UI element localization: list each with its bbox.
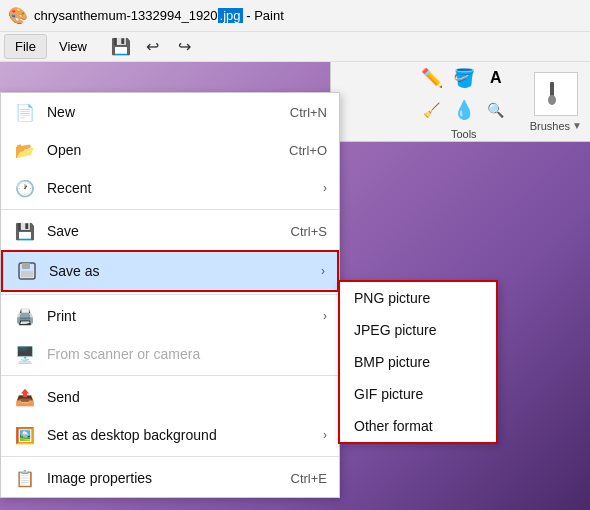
submenu-bmp[interactable]: BMP picture xyxy=(340,346,496,378)
save-as-icon xyxy=(15,259,39,283)
submenu-jpeg[interactable]: JPEG picture xyxy=(340,314,496,346)
save-as-submenu: PNG picture JPEG picture BMP picture GIF… xyxy=(338,280,498,444)
recent-arrow: › xyxy=(323,181,327,195)
recent-label: Recent xyxy=(47,180,319,196)
submenu-other[interactable]: Other format xyxy=(340,410,496,442)
menu-file[interactable]: File xyxy=(4,34,47,59)
tools-label: Tools xyxy=(451,128,477,140)
separator-1 xyxy=(1,209,339,210)
fill-icon[interactable]: 🪣 xyxy=(450,64,478,92)
save-button[interactable]: 💾 xyxy=(107,33,135,61)
menu-item-open[interactable]: 📂 Open Ctrl+O xyxy=(1,131,339,169)
properties-label: Image properties xyxy=(47,470,291,486)
tools-icons-2: 🧹 💧 🔍 xyxy=(418,96,510,124)
save-as-label: Save as xyxy=(49,263,317,279)
desktop-arrow: › xyxy=(323,428,327,442)
open-label: Open xyxy=(47,142,289,158)
brushes-group: Brushes ▼ xyxy=(530,72,582,132)
menu-view[interactable]: View xyxy=(49,35,97,58)
submenu-png[interactable]: PNG picture xyxy=(340,282,496,314)
menu-item-scanner[interactable]: 🖥️ From scanner or camera xyxy=(1,335,339,373)
print-arrow: › xyxy=(323,309,327,323)
svg-point-1 xyxy=(548,95,556,105)
open-shortcut: Ctrl+O xyxy=(289,143,327,158)
menu-bar: File View 💾 ↩ ↪ xyxy=(0,32,590,62)
ribbon-area: ✏️ 🪣 A 🧹 💧 🔍 Tools Brushes ▼ xyxy=(330,62,590,142)
canvas-area: ✏️ 🪣 A 🧹 💧 🔍 Tools Brushes ▼ xyxy=(0,62,590,510)
menu-item-send[interactable]: 📤 Send xyxy=(1,378,339,416)
desktop-label: Set as desktop background xyxy=(47,427,319,443)
properties-shortcut: Ctrl+E xyxy=(291,471,327,486)
scanner-label: From scanner or camera xyxy=(47,346,327,362)
save-icon: 💾 xyxy=(13,219,37,243)
tools-group: ✏️ 🪣 A 🧹 💧 🔍 Tools xyxy=(418,64,510,140)
open-icon: 📂 xyxy=(13,138,37,162)
print-icon: 🖨️ xyxy=(13,304,37,328)
save-label: Save xyxy=(47,223,291,239)
svg-rect-3 xyxy=(22,263,30,269)
app-icon: 🎨 xyxy=(8,6,28,25)
text-icon[interactable]: A xyxy=(482,64,510,92)
send-icon: 📤 xyxy=(13,385,37,409)
properties-icon: 📋 xyxy=(13,466,37,490)
save-as-arrow: › xyxy=(321,264,325,278)
submenu-gif[interactable]: GIF picture xyxy=(340,378,496,410)
scanner-icon: 🖥️ xyxy=(13,342,37,366)
menu-item-print[interactable]: 🖨️ Print › xyxy=(1,297,339,335)
picker-icon[interactable]: 💧 xyxy=(450,96,478,124)
pencil-icon[interactable]: ✏️ xyxy=(418,64,446,92)
toolbar-icons: 💾 ↩ ↪ xyxy=(107,33,199,61)
send-label: Send xyxy=(47,389,327,405)
print-label: Print xyxy=(47,308,319,324)
separator-4 xyxy=(1,456,339,457)
brushes-label: Brushes xyxy=(530,120,570,132)
desktop-icon: 🖼️ xyxy=(13,423,37,447)
file-menu: 📄 New Ctrl+N 📂 Open Ctrl+O 🕐 Recent › 💾 … xyxy=(0,92,340,498)
undo-button[interactable]: ↩ xyxy=(139,33,167,61)
separator-3 xyxy=(1,375,339,376)
menu-item-new[interactable]: 📄 New Ctrl+N xyxy=(1,93,339,131)
new-icon: 📄 xyxy=(13,100,37,124)
recent-icon: 🕐 xyxy=(13,176,37,200)
new-label: New xyxy=(47,104,290,120)
tools-icons: ✏️ 🪣 A xyxy=(418,64,510,92)
menu-item-save-as[interactable]: Save as › xyxy=(1,250,339,292)
menu-item-save[interactable]: 💾 Save Ctrl+S xyxy=(1,212,339,250)
menu-item-properties[interactable]: 📋 Image properties Ctrl+E xyxy=(1,459,339,497)
redo-button[interactable]: ↪ xyxy=(171,33,199,61)
save-shortcut: Ctrl+S xyxy=(291,224,327,239)
separator-2 xyxy=(1,294,339,295)
new-shortcut: Ctrl+N xyxy=(290,105,327,120)
svg-rect-4 xyxy=(21,271,33,277)
brushes-chevron: ▼ xyxy=(572,120,582,131)
eraser-icon[interactable]: 🧹 xyxy=(418,96,446,124)
title-bar: 🎨 chrysanthemum-1332994_1920.jpg - Paint xyxy=(0,0,590,32)
zoom-icon[interactable]: 🔍 xyxy=(482,96,510,124)
title-bar-text: chrysanthemum-1332994_1920.jpg - Paint xyxy=(34,8,284,23)
menu-item-recent[interactable]: 🕐 Recent › xyxy=(1,169,339,207)
brushes-preview[interactable] xyxy=(534,72,578,116)
menu-item-desktop[interactable]: 🖼️ Set as desktop background › xyxy=(1,416,339,454)
